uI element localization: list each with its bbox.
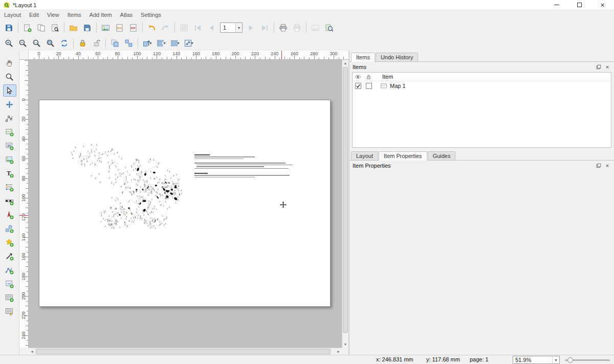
text-item[interactable] [194, 154, 293, 178]
add-shape-tool[interactable] [3, 222, 16, 235]
pan-tool[interactable] [3, 57, 16, 69]
unlock-items-button[interactable] [90, 36, 103, 50]
select-move-item-tool[interactable] [3, 84, 16, 97]
items-panel-close-button[interactable]: × [604, 63, 611, 71]
refresh-button[interactable] [57, 36, 71, 50]
svg-text:2: 2 [181, 193, 182, 195]
add-scalebar-tool[interactable] [3, 195, 16, 207]
new-layout-icon [23, 24, 32, 32]
undo-button[interactable] [145, 21, 159, 35]
add-picture-tool[interactable] [3, 153, 16, 166]
save-as-template-button[interactable] [80, 21, 94, 35]
items-panel-float-button[interactable] [595, 63, 602, 71]
raise-items-button[interactable]: ▾ [140, 36, 154, 50]
menu-items[interactable]: Items [63, 12, 85, 18]
maximize-button[interactable] [568, 0, 591, 10]
move-content-tool[interactable] [3, 98, 16, 110]
redo-button[interactable] [159, 21, 172, 35]
tab-items[interactable]: Items [351, 53, 375, 62]
export-atlas-button[interactable] [309, 21, 322, 35]
save-project-button[interactable] [2, 21, 16, 35]
add-label-tool[interactable]: T [3, 167, 16, 179]
duplicate-layout-button[interactable] [34, 21, 48, 35]
zoom-level-combobox[interactable]: 51.9% ▾ [513, 356, 560, 364]
zoom-icon [5, 73, 14, 81]
zoom-dropdown-arrow-icon[interactable]: ▾ [552, 356, 559, 363]
item-column-label: Item [374, 74, 393, 80]
add-from-template-button[interactable] [67, 21, 80, 35]
item-properties-float-button[interactable] [595, 162, 602, 169]
items-row[interactable]: Map 1 [353, 81, 611, 90]
zoom-tool[interactable] [3, 71, 16, 83]
new-layout-button[interactable] [20, 21, 34, 35]
export-image-button[interactable] [99, 21, 113, 35]
menu-atlas[interactable]: Atlas [116, 12, 137, 18]
atlas-settings-button[interactable] [177, 21, 191, 35]
add-node-item-tool[interactable] [3, 264, 16, 276]
vertical-scroll-thumb[interactable] [343, 67, 348, 333]
minimize-button[interactable] [545, 0, 568, 10]
add-marker-tool[interactable] [3, 236, 16, 248]
close-button[interactable]: × [591, 0, 614, 10]
zoom-actual-button[interactable]: 1:1 [30, 36, 43, 50]
zoom-full-button[interactable] [43, 36, 57, 50]
zoom-slider[interactable] [565, 359, 610, 361]
svg-text:2: 2 [108, 215, 109, 217]
tab-item-properties[interactable]: Item Properties [379, 151, 427, 161]
item-visibility-checkbox[interactable] [355, 83, 361, 89]
zoom-out-button[interactable] [16, 36, 30, 50]
item-properties-close-button[interactable]: × [604, 162, 611, 169]
last-feature-button[interactable] [258, 21, 272, 35]
distribute-items-button[interactable]: ▾ [168, 36, 182, 50]
zoom-in-button[interactable] [2, 36, 16, 50]
add-map-tool[interactable] [3, 126, 16, 138]
add-legend-tool[interactable] [3, 181, 16, 193]
scroll-down-arrow[interactable]: ▼ [342, 341, 348, 348]
resize-items-button[interactable]: ▾ [182, 36, 195, 50]
svg-text:1: 1 [178, 185, 179, 187]
add-3d-map-tool[interactable]: 3D [3, 140, 16, 152]
item-lock-checkbox[interactable] [366, 83, 372, 89]
export-svg-button[interactable]: SVG [113, 21, 126, 35]
horizontal-scroll-thumb[interactable] [36, 349, 331, 354]
align-items-button[interactable]: ▾ [154, 36, 168, 50]
tab-guides[interactable]: Guides [428, 151, 456, 160]
zoom-slider-handle[interactable] [567, 357, 573, 363]
tab-undo-history[interactable]: Undo History [376, 53, 419, 61]
preview-atlas-button[interactable] [322, 21, 336, 35]
next-feature-button[interactable] [244, 21, 258, 35]
ruler-tick [27, 173, 28, 174]
layout-canvas[interactable]: 2231312212221111323424223222243221332241… [29, 60, 342, 348]
svg-text:2: 2 [160, 194, 161, 196]
previous-feature-button[interactable] [205, 21, 218, 35]
horizontal-scrollbar[interactable]: ◄ ► [29, 348, 342, 355]
tab-layout[interactable]: Layout [351, 151, 378, 160]
menu-settings[interactable]: Settings [137, 12, 165, 18]
add-north-arrow-tool[interactable] [3, 209, 16, 221]
vertical-scrollbar[interactable]: ▲ ▼ [342, 60, 348, 348]
lock-items-button[interactable] [76, 36, 90, 50]
page-number-dropdown[interactable]: ▾ [235, 23, 242, 32]
scroll-up-arrow[interactable]: ▲ [342, 60, 348, 66]
menu-layout[interactable]: Layout [0, 12, 25, 18]
menu-view[interactable]: View [43, 12, 63, 18]
menu-edit[interactable]: Edit [25, 12, 43, 18]
first-feature-button[interactable] [191, 21, 205, 35]
export-pdf-button[interactable]: PDF [126, 21, 140, 35]
ungroup-items-button[interactable] [122, 36, 136, 50]
add-fixed-table-tool[interactable] [3, 305, 16, 317]
group-items-button[interactable] [108, 36, 122, 50]
menu-add-item[interactable]: Add Item [85, 12, 116, 18]
print-atlas-button[interactable] [290, 21, 304, 35]
layout-manager-button[interactable] [48, 21, 62, 35]
scroll-left-arrow[interactable]: ◄ [29, 348, 35, 355]
print-button[interactable] [276, 21, 290, 35]
page-number-spinbox[interactable]: 1▾ [220, 22, 243, 33]
add-html-tool[interactable]: </> [3, 278, 16, 290]
add-arrow-tool[interactable] [3, 250, 16, 262]
map-item[interactable]: 2231312212221111323424223222243221332241… [68, 130, 188, 235]
scroll-right-arrow[interactable]: ► [335, 348, 342, 355]
edit-nodes-tool[interactable] [3, 112, 16, 124]
svg-text:1: 1 [72, 154, 73, 156]
add-attribute-table-tool[interactable] [3, 291, 16, 304]
